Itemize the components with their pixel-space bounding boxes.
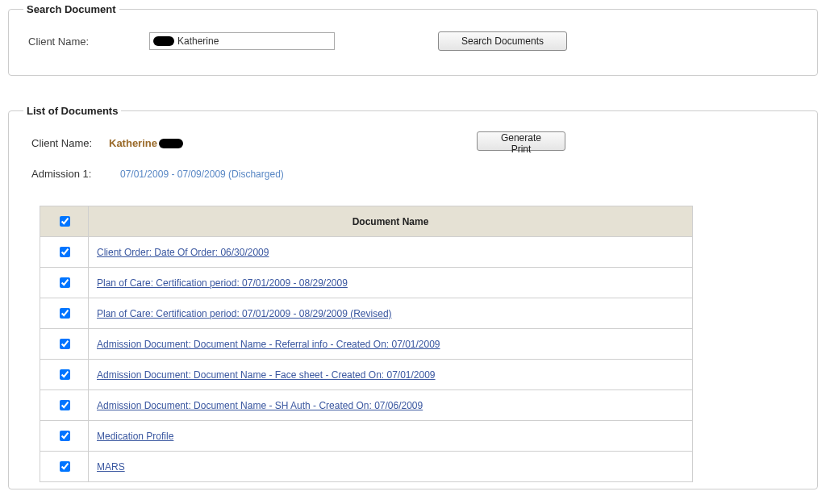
row-checkbox[interactable] [60, 400, 70, 410]
document-link[interactable]: Admission Document: Document Name - Refe… [97, 339, 440, 350]
redacted-lastname-display [159, 139, 183, 148]
search-legend: Search Document [23, 3, 119, 15]
row-checkbox[interactable] [60, 308, 70, 319]
row-checkbox[interactable] [60, 369, 70, 380]
list-client-name-value: Katherine [109, 137, 157, 149]
list-client-name-label: Client Name: [31, 137, 109, 149]
client-name-label: Client Name: [28, 35, 149, 48]
document-link[interactable]: Plan of Care: Certification period: 07/0… [97, 277, 348, 289]
table-row: Plan of Care: Certification period: 07/0… [40, 298, 693, 329]
row-checkbox[interactable] [60, 339, 70, 349]
table-row: Admission Document: Document Name - Face… [40, 360, 693, 390]
row-checkbox[interactable] [60, 461, 70, 472]
document-link[interactable]: Admission Document: Document Name - Face… [97, 369, 436, 381]
generate-print-button[interactable]: Generate Print [477, 131, 565, 151]
select-all-checkbox[interactable] [60, 216, 70, 227]
document-link[interactable]: Medication Profile [97, 431, 173, 442]
document-link[interactable]: Plan of Care: Certification period: 07/0… [97, 308, 392, 319]
list-of-documents-panel: List of Documents Client Name: Katherine… [8, 105, 818, 489]
search-documents-button[interactable]: Search Documents [438, 31, 567, 51]
redacted-lastname [153, 36, 174, 46]
admission-label: Admission 1: [31, 168, 109, 180]
row-checkbox[interactable] [60, 247, 70, 257]
document-link[interactable]: Admission Document: Document Name - SH A… [97, 400, 423, 411]
search-document-panel: Search Document Client Name: Katherine S… [8, 3, 818, 76]
list-legend: List of Documents [23, 105, 121, 117]
table-row: MARS [40, 452, 693, 482]
header-document-name: Document Name [89, 206, 693, 237]
row-checkbox[interactable] [60, 277, 70, 288]
document-link[interactable]: Client Order: Date Of Order: 06/30/2009 [97, 247, 269, 258]
table-row: Client Order: Date Of Order: 06/30/2009 [40, 237, 693, 268]
document-link[interactable]: MARS [97, 461, 125, 473]
admission-value: 07/01/2009 - 07/09/2009 (Discharged) [120, 169, 284, 180]
table-row: Admission Document: Document Name - Refe… [40, 329, 693, 360]
row-checkbox[interactable] [60, 431, 70, 441]
table-row: Plan of Care: Certification period: 07/0… [40, 268, 693, 298]
table-row: Medication Profile [40, 421, 693, 452]
client-name-input[interactable]: Katherine [149, 32, 335, 50]
documents-table: Document Name Client Order: Date Of Orde… [40, 206, 693, 482]
header-checkbox-cell [40, 206, 89, 237]
table-row: Admission Document: Document Name - SH A… [40, 390, 693, 421]
client-name-input-text: Katherine [177, 35, 219, 47]
